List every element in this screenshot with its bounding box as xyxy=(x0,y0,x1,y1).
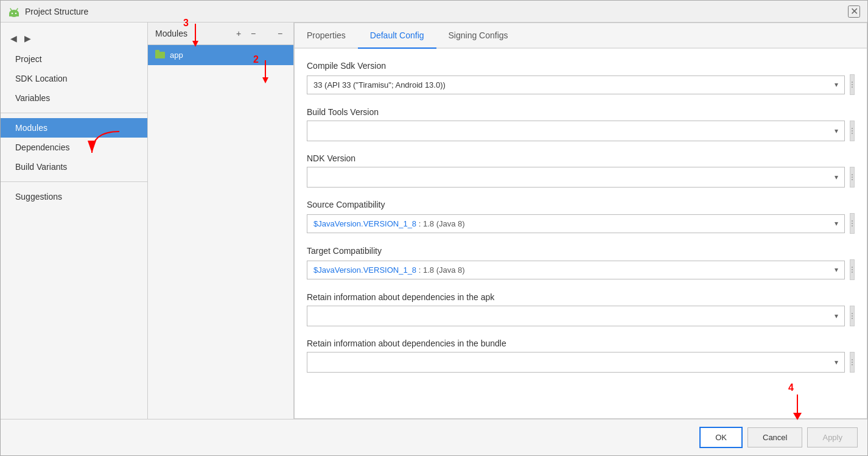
tab-bar: Properties Default Config Signing Config… xyxy=(295,23,867,49)
retain-apk-label: Retain information about dependencies in… xyxy=(307,292,855,302)
compile-sdk-label: Compile Sdk Version xyxy=(307,61,855,71)
field-source-compatibility: Source Compatibility $JavaVersion.VERSIO… xyxy=(307,200,855,234)
sidebar-item-suggestions[interactable]: Suggestions xyxy=(1,187,147,206)
field-build-tools-version: Build Tools Version ▾ xyxy=(307,107,855,141)
nav-divider-2 xyxy=(1,181,147,182)
tab-properties[interactable]: Properties xyxy=(295,23,358,49)
svg-rect-1 xyxy=(9,13,19,16)
field-target-compatibility: Target Compatibility $JavaVersion.VERSIO… xyxy=(307,246,855,280)
tab-signing-configs[interactable]: Signing Configs xyxy=(436,23,520,49)
chevron-down-icon: ▾ xyxy=(835,80,838,89)
main-content: ◀ ▶ Project SDK Location Variables Modul… xyxy=(1,23,867,419)
chevron-down-icon: ▾ xyxy=(835,265,838,274)
target-compat-label: Target Compatibility xyxy=(307,246,855,256)
field-ndk-version: NDK Version ▾ xyxy=(307,153,855,188)
target-compat-select[interactable]: $JavaVersion.VERSION_1_8 : 1.8 (Java 8) … xyxy=(307,261,845,279)
forward-button[interactable]: ▶ xyxy=(22,32,33,44)
modules-toolbar: + − − xyxy=(233,27,286,40)
android-icon xyxy=(8,5,20,18)
window-title: Project Structure xyxy=(25,7,843,16)
svg-point-2 xyxy=(12,12,13,13)
module-label: app xyxy=(170,51,183,60)
source-compat-label: Source Compatibility xyxy=(307,200,855,209)
footer: OK Cancel Apply xyxy=(1,419,867,455)
drag-handle-target-compat[interactable] xyxy=(850,259,855,280)
svg-line-4 xyxy=(10,9,12,10)
chevron-down-icon: ▾ xyxy=(835,358,838,367)
collapse-module-button[interactable]: − xyxy=(274,27,286,40)
cancel-button[interactable]: Cancel xyxy=(747,427,802,447)
drag-handle-source-compat[interactable] xyxy=(850,213,855,234)
svg-line-5 xyxy=(16,9,18,10)
drag-handle-build-tools[interactable] xyxy=(850,121,855,141)
title-bar: Project Structure ✕ xyxy=(1,1,867,23)
sidebar-item-variables[interactable]: Variables xyxy=(1,88,147,108)
module-list: app xyxy=(148,45,293,419)
svg-point-3 xyxy=(15,12,16,13)
compile-sdk-select[interactable]: 33 (API 33 ("Tiramisu"; Android 13.0)) ▾ xyxy=(307,75,845,94)
left-nav-panel: ◀ ▶ Project SDK Location Variables Modul… xyxy=(1,23,148,419)
project-structure-window: Project Structure ✕ ◀ ▶ Project SDK Loca… xyxy=(0,0,868,456)
add-module-button[interactable]: + xyxy=(233,27,245,40)
source-compat-select[interactable]: $JavaVersion.VERSION_1_8 : 1.8 (Java 8) … xyxy=(307,214,845,233)
modules-header: Modules + − − xyxy=(148,23,293,45)
field-compile-sdk-version: Compile Sdk Version 33 (API 33 ("Tiramis… xyxy=(307,61,855,95)
modules-title: Modules xyxy=(155,29,187,38)
sidebar-item-project[interactable]: Project xyxy=(1,49,147,69)
svg-rect-7 xyxy=(155,50,159,53)
ok-button[interactable]: OK xyxy=(699,427,743,448)
modules-panel: Modules + − − xyxy=(148,23,294,419)
field-retain-bundle: Retain information about dependencies in… xyxy=(307,338,855,373)
right-area: Modules + − − xyxy=(148,23,867,419)
chevron-down-icon: ▾ xyxy=(835,219,838,228)
apply-button[interactable]: Apply xyxy=(807,427,858,447)
sidebar-item-modules[interactable]: Modules xyxy=(1,118,147,138)
detail-panel: Properties Default Config Signing Config… xyxy=(294,23,867,419)
sidebar-item-build-variants[interactable]: Build Variants xyxy=(1,157,147,177)
folder-icon xyxy=(155,50,165,60)
drag-handle-retain-bundle[interactable] xyxy=(850,352,855,373)
build-tools-select[interactable]: ▾ xyxy=(307,121,845,141)
drag-handle-ndk[interactable] xyxy=(850,167,855,188)
retain-apk-select[interactable]: ▾ xyxy=(307,306,845,326)
module-item-app[interactable]: app xyxy=(148,45,293,65)
chevron-down-icon: ▾ xyxy=(835,127,838,135)
form-area: Compile Sdk Version 33 (API 33 ("Tiramis… xyxy=(295,49,867,418)
retain-bundle-label: Retain information about dependencies in… xyxy=(307,338,855,348)
chevron-down-icon: ▾ xyxy=(835,312,838,320)
sidebar-item-sdk-location[interactable]: SDK Location xyxy=(1,69,147,88)
nav-arrows: ◀ ▶ xyxy=(1,27,147,49)
remove-module-button[interactable]: − xyxy=(247,27,259,40)
build-tools-label: Build Tools Version xyxy=(307,107,855,117)
chevron-down-icon: ▾ xyxy=(835,173,838,181)
close-button[interactable]: ✕ xyxy=(848,5,860,18)
back-button[interactable]: ◀ xyxy=(8,32,19,44)
sidebar-item-dependencies[interactable]: Dependencies xyxy=(1,138,147,157)
ndk-select[interactable]: ▾ xyxy=(307,167,845,188)
drag-handle-compile-sdk[interactable] xyxy=(850,74,855,95)
drag-handle-retain-apk[interactable] xyxy=(850,306,855,326)
ndk-label: NDK Version xyxy=(307,153,855,163)
tab-default-config[interactable]: Default Config xyxy=(358,23,436,49)
retain-bundle-select[interactable]: ▾ xyxy=(307,352,845,373)
nav-divider-1 xyxy=(1,113,147,113)
field-retain-apk: Retain information about dependencies in… xyxy=(307,292,855,326)
